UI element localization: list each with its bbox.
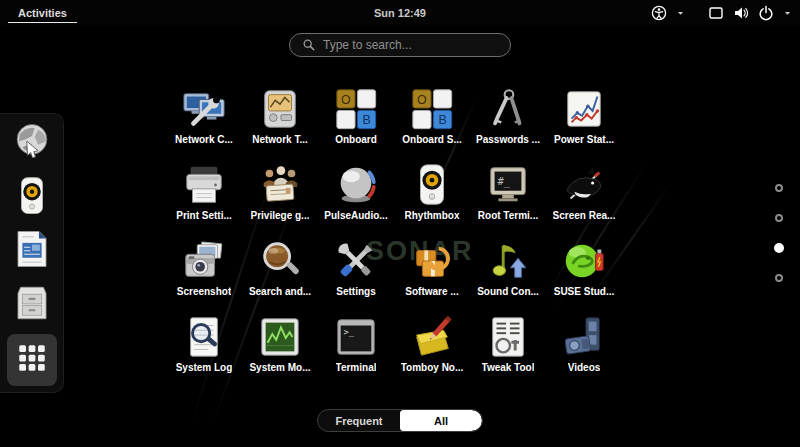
search-bar[interactable]: Type to search... bbox=[289, 33, 511, 57]
app-rhythmbox[interactable]: Rhythmbox bbox=[394, 158, 470, 234]
app-label: Root Termi... bbox=[478, 210, 538, 221]
svg-text:#_: #_ bbox=[497, 175, 510, 188]
app-tweak-tool[interactable]: Tweak Tool bbox=[470, 310, 546, 386]
app-root-terminal[interactable]: #_Root Termi... bbox=[470, 158, 546, 234]
app-label: Network C... bbox=[175, 134, 233, 145]
app-terminal[interactable]: >_Terminal bbox=[318, 310, 394, 386]
app-label: Network T... bbox=[252, 134, 308, 145]
rhythmbox-icon bbox=[409, 162, 455, 208]
tab-frequent[interactable]: Frequent bbox=[318, 410, 400, 431]
app-system-monitor[interactable]: System Mo... bbox=[242, 310, 318, 386]
root-terminal-icon: #_ bbox=[485, 162, 531, 208]
app-suse-studio[interactable]: SUSE Stud... bbox=[546, 234, 622, 310]
network-connections-icon bbox=[181, 86, 227, 132]
power-icon[interactable] bbox=[758, 5, 774, 21]
dock-item-show-applications[interactable] bbox=[7, 334, 57, 386]
app-label: Tweak Tool bbox=[482, 362, 535, 373]
app-label: Onboard bbox=[335, 134, 377, 145]
app-label: PulseAudio... bbox=[324, 210, 387, 221]
caret-down-icon[interactable] bbox=[676, 5, 685, 21]
app-label: System Log bbox=[176, 362, 233, 373]
system-monitor-icon bbox=[257, 314, 303, 360]
app-network-connections[interactable]: Network C... bbox=[166, 82, 242, 158]
screen-reader-icon bbox=[561, 162, 607, 208]
app-settings[interactable]: Settings bbox=[318, 234, 394, 310]
software-icon bbox=[409, 238, 455, 284]
document-writer-icon bbox=[11, 228, 53, 274]
display-icon[interactable] bbox=[708, 5, 724, 21]
dock-item-rhythmbox[interactable] bbox=[7, 174, 57, 222]
app-label: Screenshot bbox=[177, 286, 231, 297]
dock-item-document-writer[interactable] bbox=[7, 227, 57, 275]
pulseaudio-icon bbox=[333, 162, 379, 208]
app-screenshot[interactable]: Screenshot bbox=[166, 234, 242, 310]
app-label: Screen Rea... bbox=[553, 210, 616, 221]
app-sound-converter[interactable]: Sound Con... bbox=[470, 234, 546, 310]
app-label: System Mo... bbox=[249, 362, 310, 373]
app-label: Passwords ... bbox=[476, 134, 540, 145]
app-label: Terminal bbox=[336, 362, 377, 373]
app-system-log[interactable]: System Log bbox=[166, 310, 242, 386]
app-passwords-keys[interactable]: Passwords ... bbox=[470, 82, 546, 158]
rhythmbox-icon bbox=[11, 175, 53, 221]
app-label: Sound Con... bbox=[477, 286, 539, 297]
page-dot-1[interactable] bbox=[775, 184, 783, 192]
tweak-tool-icon bbox=[485, 314, 531, 360]
privilege-granting-icon bbox=[257, 162, 303, 208]
app-tomboy-notes[interactable]: Tomboy No... bbox=[394, 310, 470, 386]
dock-item-web-browser[interactable] bbox=[7, 120, 57, 168]
app-videos[interactable]: Videos bbox=[546, 310, 622, 386]
app-screen-reader[interactable]: Screen Rea... bbox=[546, 158, 622, 234]
volume-icon[interactable] bbox=[733, 5, 749, 21]
accessibility-icon[interactable] bbox=[651, 5, 667, 21]
power-statistics-icon bbox=[561, 86, 607, 132]
onboard-icon: OB bbox=[333, 86, 379, 132]
onboard-icon: OB bbox=[409, 86, 455, 132]
page-dot-3[interactable] bbox=[774, 243, 784, 253]
app-label: Search and... bbox=[249, 286, 311, 297]
app-grid: Network C...Network T...OBOnboardOBOnboa… bbox=[166, 82, 622, 386]
search-placeholder: Type to search... bbox=[323, 38, 412, 52]
app-privilege-granting[interactable]: Privilege g... bbox=[242, 158, 318, 234]
svg-text:B: B bbox=[362, 113, 370, 127]
tab-all[interactable]: All bbox=[400, 410, 482, 431]
app-software[interactable]: Software ... bbox=[394, 234, 470, 310]
caret-down-icon[interactable] bbox=[783, 5, 792, 21]
sound-converter-icon bbox=[485, 238, 531, 284]
app-network-tools[interactable]: Network T... bbox=[242, 82, 318, 158]
svg-text:O: O bbox=[417, 93, 427, 107]
terminal-icon: >_ bbox=[333, 314, 379, 360]
app-label: Videos bbox=[568, 362, 601, 373]
network-tools-icon bbox=[257, 86, 303, 132]
app-label: Software ... bbox=[405, 286, 458, 297]
page-indicator bbox=[775, 184, 783, 282]
app-search-files[interactable]: Search and... bbox=[242, 234, 318, 310]
printer-icon bbox=[181, 162, 227, 208]
screenshot-icon bbox=[181, 238, 227, 284]
svg-text:B: B bbox=[438, 113, 446, 127]
app-pulseaudio[interactable]: PulseAudio... bbox=[318, 158, 394, 234]
app-onboard-settings[interactable]: OBOnboard S... bbox=[394, 82, 470, 158]
system-log-icon bbox=[181, 314, 227, 360]
system-status-area bbox=[651, 0, 792, 26]
search-icon bbox=[302, 38, 316, 52]
app-label: Print Setti... bbox=[176, 210, 232, 221]
dock-item-file-cabinet[interactable] bbox=[7, 281, 57, 329]
file-cabinet-icon bbox=[11, 282, 53, 328]
svg-text:>_: >_ bbox=[344, 327, 355, 337]
app-label: Privilege g... bbox=[251, 210, 310, 221]
videos-icon bbox=[561, 314, 607, 360]
settings-icon bbox=[333, 238, 379, 284]
app-label: Settings bbox=[336, 286, 375, 297]
web-browser-icon bbox=[11, 121, 53, 167]
page-dot-2[interactable] bbox=[775, 214, 783, 222]
app-power-statistics[interactable]: Power Stat... bbox=[546, 82, 622, 158]
app-print-settings[interactable]: Print Setti... bbox=[166, 158, 242, 234]
show-apps-grid-icon bbox=[14, 340, 50, 380]
tomboy-notes-icon bbox=[409, 314, 455, 360]
app-onboard[interactable]: OBOnboard bbox=[318, 82, 394, 158]
dash-dock bbox=[0, 113, 64, 393]
page-dot-4[interactable] bbox=[775, 274, 783, 282]
view-switcher: Frequent All bbox=[317, 409, 483, 432]
top-bar: Activities Sun 12:49 bbox=[0, 0, 800, 26]
